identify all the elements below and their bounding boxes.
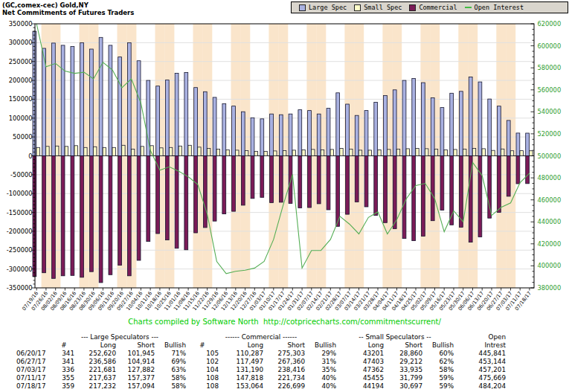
table-cell: 33,935 — [384, 366, 422, 374]
table-cell: 40% — [305, 374, 336, 382]
table-cell: 59% — [422, 382, 454, 391]
table-cell: 62% — [422, 358, 454, 366]
table-cell: 58% — [422, 366, 454, 374]
svg-text:-150000: -150000 — [7, 209, 33, 216]
table-cell: 221,681 — [74, 366, 116, 374]
svg-text:-50000: -50000 — [10, 171, 32, 179]
table-cell: 157,377 — [116, 374, 155, 382]
row-date: 07/11/17 — [16, 374, 54, 382]
group-header-commercial: ------ Commercial ------ — [186, 333, 336, 341]
table-cell: 58% — [155, 374, 186, 382]
table-cell: 31,799 — [384, 374, 422, 382]
table-cell: 275,303 — [263, 350, 305, 358]
svg-text:100000: 100000 — [9, 115, 33, 122]
table-cell: 217,637 — [74, 374, 116, 382]
table-cell: 58% — [155, 382, 186, 391]
x-axis: 07/19/1607/26/1608/02/1608/09/1608/16/16… — [21, 288, 533, 312]
table-cell — [16, 341, 54, 350]
svg-text:380000: 380000 — [538, 284, 562, 292]
table-cell: 475,669 — [454, 374, 506, 382]
svg-text:300000: 300000 — [9, 39, 33, 46]
table-cell: 131,190 — [219, 366, 263, 374]
svg-text:520000: 520000 — [538, 130, 562, 138]
table-cell: 117,497 — [219, 358, 263, 366]
table-cell: 105 — [186, 350, 219, 358]
table-cell: 63% — [155, 366, 186, 374]
column-header: Bullish — [155, 341, 186, 350]
table-cell: 153,064 — [219, 382, 263, 391]
table-cell: 238,416 — [263, 366, 305, 374]
table-cell: 445,841 — [454, 350, 506, 358]
svg-text:420000: 420000 — [538, 240, 562, 248]
svg-text:580000: 580000 — [538, 64, 562, 71]
svg-text:400000: 400000 — [538, 262, 562, 269]
table-cell: 101,945 — [116, 350, 155, 358]
table-cell: 30,697 — [384, 382, 422, 391]
table-cell: 104 — [186, 366, 219, 374]
group-header-open: Open — [454, 333, 506, 341]
table-cell: 355 — [54, 374, 74, 382]
table-cell: 59% — [422, 374, 454, 382]
svg-text:600000: 600000 — [538, 42, 562, 50]
table-cell: 44194 — [336, 382, 384, 391]
table-cell: 31% — [305, 358, 336, 366]
table-cell: 221,734 — [263, 374, 305, 382]
column-header: Long — [336, 341, 384, 350]
table-cell: 236,586 — [74, 358, 116, 366]
svg-text:-250000: -250000 — [7, 246, 33, 254]
table-cell: 453,144 — [454, 358, 506, 366]
table-cell: 29,212 — [384, 358, 422, 366]
svg-text:350000: 350000 — [9, 20, 33, 28]
table-cell: 226,699 — [263, 382, 305, 391]
svg-text:150000: 150000 — [9, 95, 33, 103]
table-cell: 47403 — [336, 358, 384, 366]
row-date: 07/18/17 — [16, 382, 54, 391]
table-cell: 104,914 — [116, 358, 155, 366]
svg-text:250000: 250000 — [9, 58, 33, 65]
column-header: Bullish — [422, 341, 454, 350]
table-cell: 35% — [305, 366, 336, 374]
svg-text:460000: 460000 — [538, 196, 562, 204]
svg-text:-200000: -200000 — [7, 228, 33, 235]
cot-chart: 3500003000002500002000001500001000005000… — [0, 0, 569, 318]
table-cell: 40% — [305, 382, 336, 391]
column-header: Long — [74, 341, 116, 350]
column-header-intrest: Intrest — [454, 341, 506, 350]
table-cell: 267,360 — [263, 358, 305, 366]
table-cell: 457,201 — [454, 366, 506, 374]
column-header: Short — [384, 341, 422, 350]
table-cell: 336 — [54, 366, 74, 374]
row-date: 07/03/17 — [16, 366, 54, 374]
table-cell: 359 — [54, 382, 74, 391]
table-cell: 217,232 — [74, 382, 116, 391]
svg-text:540000: 540000 — [538, 108, 562, 115]
table-cell: 127,882 — [116, 366, 155, 374]
table-cell: 71% — [155, 350, 186, 358]
svg-text:440000: 440000 — [538, 218, 562, 225]
column-header: # — [186, 341, 219, 350]
table-cell: 28,860 — [384, 350, 422, 358]
svg-text:-300000: -300000 — [7, 266, 33, 273]
table-cell: 43201 — [336, 350, 384, 358]
svg-text:-100000: -100000 — [7, 190, 33, 197]
table-cell: 29% — [305, 350, 336, 358]
svg-text:50000: 50000 — [13, 133, 32, 141]
column-header: # — [54, 341, 74, 350]
table-cell: 102 — [186, 358, 219, 366]
svg-text:500000: 500000 — [538, 152, 562, 160]
group-header-large-spec: --- Large Speculators --- — [54, 333, 186, 341]
group-header-small-spec: -- Small Speculators -- — [336, 333, 454, 341]
cot-data-table: --- Large Speculators --------- Commerci… — [16, 333, 506, 391]
column-header: Long — [219, 341, 263, 350]
table-cell: 341 — [54, 350, 74, 358]
left-axis: 3500003000002500002000001500001000005000… — [7, 20, 35, 292]
table-cell: 47362 — [336, 366, 384, 374]
column-header: Bullish — [305, 341, 336, 350]
svg-text:560000: 560000 — [538, 86, 562, 94]
credit-line: Charts compiled by Software North http:/… — [0, 318, 569, 326]
table-cell: 108 — [186, 374, 219, 382]
column-header: Short — [116, 341, 155, 350]
table-cell: 108 — [186, 382, 219, 391]
svg-text:-350000: -350000 — [7, 284, 33, 292]
row-date: 06/27/17 — [16, 358, 54, 366]
